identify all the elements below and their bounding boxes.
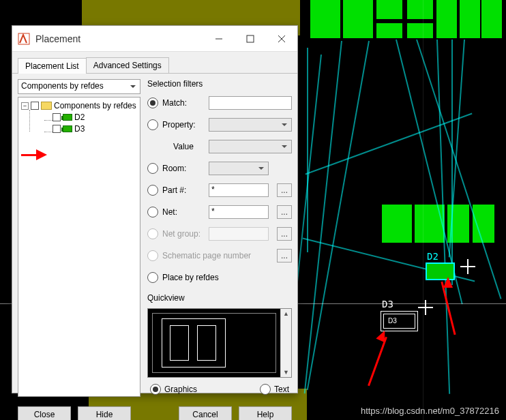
scroll-down-icon[interactable]: ▼ [283,369,289,376]
match-input[interactable] [209,96,292,110]
radio-property[interactable] [147,119,158,130]
placement-dialog: Placement Placement List Advanced Settin… [12,25,298,393]
label-d2: D2 [427,251,438,262]
value-combo[interactable] [209,140,292,153]
checkbox[interactable] [53,125,61,133]
radio-partno[interactable] [147,185,158,196]
partno-input[interactable]: * [209,183,269,197]
collapse-icon[interactable]: − [21,102,29,110]
quickview-scrollbar[interactable]: ▲ ▼ [280,309,291,377]
window-title: Placement [35,33,203,44]
checkbox[interactable] [53,113,61,121]
scroll-up-icon[interactable]: ▲ [283,310,289,317]
net-input[interactable]: * [209,205,269,219]
tab-advanced-settings[interactable]: Advanced Settings [86,57,169,73]
radio-text[interactable] [260,384,271,395]
component-tree[interactable]: − Components by refdes D2 [18,97,140,397]
tab-placement-list[interactable]: Placement List [18,58,87,74]
radio-room[interactable] [147,163,158,174]
button-bar: Close Hide Cancel Help [12,402,297,420]
tree-root[interactable]: − Components by refdes [21,100,137,111]
netgroup-browse-button[interactable]: ... [277,227,292,241]
partno-browse-button[interactable]: ... [277,183,292,197]
titlebar: Placement [12,26,297,52]
component-icon [63,125,72,132]
help-button[interactable]: Help [239,406,292,420]
radio-match[interactable] [147,97,158,108]
crosshair-icon [418,300,433,315]
tree-item-d2[interactable]: D2 [21,112,137,123]
quickview-canvas[interactable] [148,309,280,377]
crosshair-icon [460,259,475,274]
quickview-heading: Quickview [147,293,292,303]
folder-icon [41,102,52,110]
room-combo[interactable] [209,162,269,175]
netgroup-input [209,227,269,241]
net-browse-button[interactable]: ... [277,205,292,219]
radio-net[interactable] [147,207,158,217]
radio-placebyrefdes[interactable] [147,272,158,283]
watermark: https://blog.csdn.net/m0_37872216 [361,406,499,416]
tree-item-d3[interactable]: D3 [21,123,137,134]
property-combo[interactable] [209,118,292,132]
maximize-button[interactable] [235,26,266,52]
app-icon [18,33,30,45]
close-button[interactable] [266,26,297,52]
components-combo[interactable]: Components by refdes [18,79,140,94]
components-combo-value: Components by refdes [21,81,104,91]
component-icon [63,114,72,121]
selection-filters-heading: Selection filters [147,79,292,89]
label-d3: D3 [382,299,393,310]
cancel-button[interactable]: Cancel [179,406,232,420]
checkbox[interactable] [31,102,39,110]
close-button[interactable]: Close [18,406,71,420]
hide-button[interactable]: Hide [78,406,131,420]
schpage-browse-button[interactable]: ... [277,249,292,262]
quickview-panel: ▲ ▼ [147,308,292,378]
component-d3[interactable]: D3 [381,311,418,331]
radio-schpage [147,250,158,261]
radio-graphics[interactable] [150,384,161,395]
svg-rect-2 [247,35,254,42]
radio-netgroup [147,228,158,239]
tab-bar: Placement List Advanced Settings [12,52,297,74]
minimize-button[interactable] [203,26,235,52]
